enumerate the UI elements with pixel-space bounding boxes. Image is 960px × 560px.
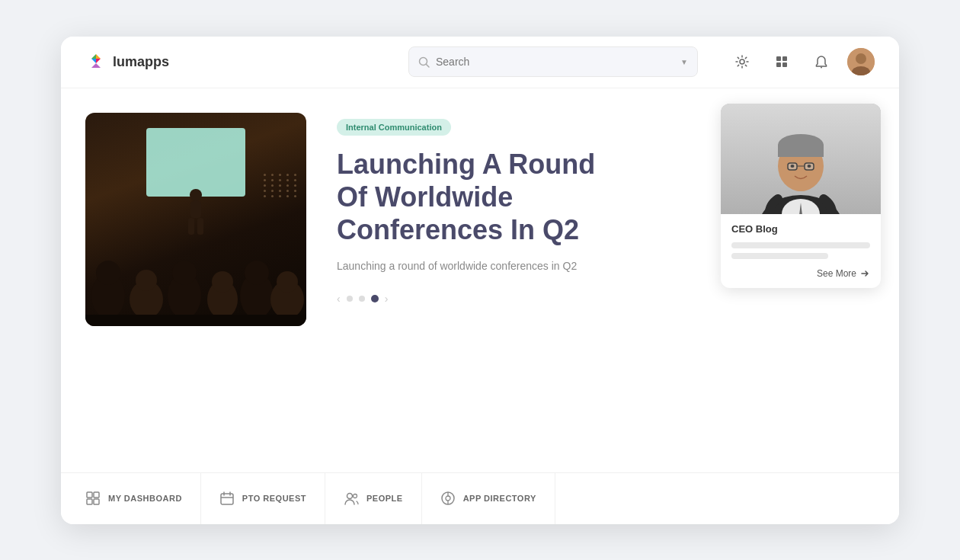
app-directory-icon: [440, 491, 456, 506]
ceo-see-more-button[interactable]: See More: [731, 268, 870, 279]
avatar-image: [847, 48, 875, 75]
svg-point-14: [856, 53, 866, 64]
nav-item-pto[interactable]: PTO REQUEST: [201, 473, 325, 524]
chevron-down-icon: ▼: [680, 58, 688, 66]
svg-marker-4: [91, 63, 101, 68]
svg-point-45: [791, 165, 795, 168]
svg-rect-18: [188, 218, 194, 235]
svg-marker-3: [96, 59, 101, 63]
nav-label-apps: APP DIRECTORY: [463, 494, 536, 503]
carousel-dot-1[interactable]: [347, 296, 353, 302]
svg-rect-19: [197, 218, 203, 235]
ceo-see-more-label: See More: [817, 268, 856, 279]
hero-scene: [85, 113, 306, 326]
grid-icon: [775, 55, 789, 69]
navbar: lumapps ▼: [61, 37, 899, 88]
nav-label-people: PEOPLE: [366, 494, 403, 503]
ceo-image: [721, 104, 881, 214]
settings-button[interactable]: [728, 48, 756, 75]
svg-rect-17: [190, 201, 201, 218]
svg-rect-41: [778, 145, 824, 157]
presentation-screen: [146, 128, 245, 197]
svg-marker-1: [91, 54, 96, 59]
svg-point-31: [277, 271, 298, 293]
speaker-silhouette: [184, 189, 207, 235]
category-badge: Internal Communication: [337, 119, 451, 136]
ceo-blog-line-1: [731, 242, 870, 248]
ceo-blog-line-2: [731, 253, 828, 259]
nav-label-dashboard: MY DASHBOARD: [108, 494, 182, 503]
search-icon: [418, 56, 430, 68]
logo-text: lumapps: [113, 54, 169, 70]
svg-rect-49: [87, 492, 92, 498]
hero-title: Launching A Round Of Worldwide Conferenc…: [337, 148, 626, 247]
nav-item-people[interactable]: PEOPLE: [325, 473, 422, 524]
hero-image: [85, 113, 306, 326]
svg-point-21: [96, 261, 120, 285]
svg-marker-0: [96, 54, 101, 59]
svg-line-6: [427, 64, 430, 67]
dashboard-icon: [85, 491, 101, 506]
ceo-blog-body: CEO Blog See More: [721, 214, 881, 288]
carousel-controls: ‹ ›: [337, 293, 875, 305]
search-bar[interactable]: ▼: [408, 46, 698, 77]
svg-rect-8: [776, 56, 781, 61]
ceo-person-illustration: [721, 104, 881, 214]
ceo-blog-card: CEO Blog See More: [721, 104, 881, 288]
svg-point-57: [347, 494, 353, 499]
svg-point-25: [172, 261, 197, 285]
people-icon: [344, 491, 359, 506]
audience: [85, 235, 306, 326]
grid-button[interactable]: [768, 48, 795, 75]
pto-icon: [219, 491, 235, 506]
svg-rect-11: [782, 62, 787, 67]
bottom-nav: MY DASHBOARD PTO REQUEST PEOPL: [61, 472, 899, 524]
svg-point-58: [354, 494, 357, 498]
svg-point-16: [190, 189, 202, 201]
carousel-prev[interactable]: ‹: [337, 293, 341, 305]
svg-rect-52: [94, 499, 99, 504]
svg-point-27: [212, 271, 233, 293]
browser-window: lumapps ▼: [61, 37, 899, 524]
ceo-blog-lines: [731, 242, 870, 259]
carousel-dot-2[interactable]: [359, 296, 365, 302]
svg-point-60: [446, 496, 450, 501]
user-avatar[interactable]: [847, 48, 875, 75]
svg-rect-9: [782, 56, 787, 61]
svg-rect-53: [221, 494, 233, 504]
carousel-dot-3[interactable]: [371, 295, 379, 302]
bell-icon: [814, 55, 828, 69]
ceo-blog-title: CEO Blog: [731, 223, 870, 235]
nav-label-pto: PTO REQUEST: [242, 494, 306, 503]
svg-point-23: [136, 270, 157, 291]
nav-icons: [728, 48, 875, 75]
dots-pattern: [264, 174, 299, 197]
svg-marker-2: [91, 59, 96, 63]
notifications-button[interactable]: [808, 48, 835, 75]
search-input[interactable]: [436, 56, 674, 68]
lumapps-logo-icon: [85, 51, 107, 72]
svg-point-46: [808, 165, 811, 168]
gear-icon: [735, 55, 749, 69]
nav-item-apps[interactable]: APP DIRECTORY: [422, 473, 555, 524]
main-content: Internal Communication Launching A Round…: [61, 88, 899, 524]
svg-rect-10: [776, 62, 781, 67]
svg-rect-32: [85, 315, 306, 326]
svg-point-12: [821, 67, 822, 69]
svg-rect-50: [94, 492, 99, 498]
hero-section: Internal Communication Launching A Round…: [61, 88, 899, 472]
nav-item-dashboard[interactable]: MY DASHBOARD: [85, 473, 201, 524]
svg-point-29: [245, 261, 269, 285]
logo: lumapps: [85, 51, 169, 72]
carousel-next[interactable]: ›: [385, 293, 389, 305]
svg-rect-51: [87, 499, 92, 504]
svg-point-7: [740, 59, 744, 64]
arrow-right-icon: [859, 268, 870, 279]
